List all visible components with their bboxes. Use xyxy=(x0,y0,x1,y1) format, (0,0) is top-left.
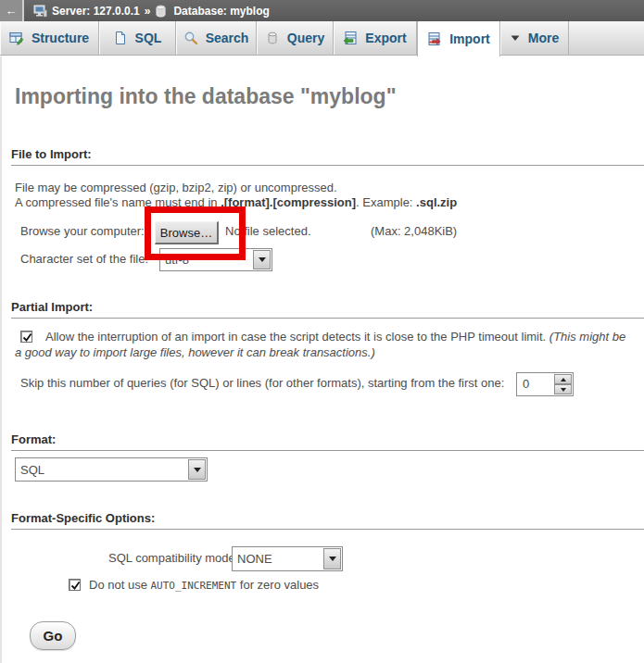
stepper-up-icon[interactable] xyxy=(554,374,572,384)
section-heading-partial-import: Partial Import: xyxy=(11,300,644,319)
browse-button[interactable]: Browse… xyxy=(155,221,219,244)
sql-compat-dropdown-arrow-icon[interactable] xyxy=(323,548,341,569)
no-file-selected-text: No file selected. xyxy=(225,224,311,238)
export-icon xyxy=(343,31,358,45)
tab-sql[interactable]: SQL xyxy=(99,21,176,55)
tab-import[interactable]: Import xyxy=(417,21,500,56)
section-heading-format-specific: Format-Specific Options: xyxy=(11,511,644,530)
skip-queries-label: Skip this number of queries (for SQL) or… xyxy=(20,376,504,390)
sql-compat-select[interactable]: NONE xyxy=(232,546,343,571)
autoinc-checkbox[interactable] xyxy=(69,579,81,591)
search-icon xyxy=(183,31,198,45)
max-size-text: (Max: 2,048KiB) xyxy=(371,224,457,238)
back-arrow-icon: ← xyxy=(6,4,18,18)
breadcrumb-bar: ← Server: 127.0.0.1 » Database: myblog xyxy=(0,0,644,21)
tab-bar-filler xyxy=(569,21,644,55)
chevron-down-icon xyxy=(510,32,521,44)
compression-hint-line1: File may be compressed (gzip, bzip2, zip… xyxy=(15,181,337,194)
tab-label: Query xyxy=(287,31,324,45)
browse-label: Browse your computer: xyxy=(20,224,145,238)
query-icon xyxy=(265,31,280,45)
database-icon xyxy=(155,5,169,18)
skip-queries-stepper[interactable]: 0 xyxy=(516,372,574,396)
charset-selected-value: utf-8 xyxy=(160,253,252,267)
tab-structure[interactable]: Structure xyxy=(0,21,99,55)
charset-label: Character set of the file: xyxy=(20,252,148,266)
page-title: Importing into the database "myblog" xyxy=(15,84,397,109)
allow-interrupt-checkbox[interactable] xyxy=(20,331,32,343)
import-icon xyxy=(427,31,442,46)
format-select[interactable]: SQL xyxy=(15,457,208,482)
charset-dropdown-arrow-icon[interactable] xyxy=(253,250,271,269)
main-content: Importing into the database "myblog" Fil… xyxy=(0,56,644,663)
autoinc-text-suffix: for zero values xyxy=(236,578,319,592)
structure-icon xyxy=(9,31,24,45)
tab-more[interactable]: More xyxy=(500,21,569,55)
tab-label: Structure xyxy=(32,31,89,45)
format-dropdown-arrow-icon[interactable] xyxy=(188,459,206,480)
breadcrumb-server[interactable]: Server: 127.0.0.1 xyxy=(52,5,140,18)
sql-icon xyxy=(113,31,128,45)
breadcrumb: Server: 127.0.0.1 » Database: myblog xyxy=(24,5,270,18)
tab-label: SQL xyxy=(135,31,162,45)
autoinc-row: Do not use AUTO_INCREMENT for zero value… xyxy=(69,578,319,592)
tab-label: Export xyxy=(365,31,406,45)
tab-export[interactable]: Export xyxy=(334,21,417,55)
sql-compat-label: SQL compatibility mode: xyxy=(108,551,238,565)
tab-label: Import xyxy=(449,31,490,46)
sql-compat-selected-value: NONE xyxy=(233,552,322,566)
section-heading-format: Format: xyxy=(11,432,644,451)
server-icon xyxy=(33,5,47,18)
allow-interrupt-text: Allow the interruption of an import in c… xyxy=(45,330,549,344)
autoinc-text-prefix: Do not use xyxy=(89,578,151,592)
skip-queries-value: 0 xyxy=(517,373,553,395)
tab-bar: Structure SQL Search Query Export Import xyxy=(0,21,644,56)
charset-select[interactable]: utf-8 xyxy=(159,248,272,271)
breadcrumb-database[interactable]: Database: myblog xyxy=(173,5,269,18)
format-selected-value: SQL xyxy=(16,463,187,477)
tab-label: Search xyxy=(206,31,249,45)
tab-search[interactable]: Search xyxy=(176,21,257,55)
tab-query[interactable]: Query xyxy=(257,21,334,55)
section-heading-file-to-import: File to Import: xyxy=(11,147,644,166)
compression-hint-line2: A compressed file's name must end in .[f… xyxy=(15,195,457,209)
go-button[interactable]: Go xyxy=(30,621,76,650)
allow-interrupt-row: Allow the interruption of an import in c… xyxy=(15,329,634,360)
back-button[interactable]: ← xyxy=(0,0,24,21)
stepper-down-icon[interactable] xyxy=(554,384,572,394)
tab-label: More xyxy=(528,31,559,45)
breadcrumb-separator: » xyxy=(145,5,151,18)
autoinc-code: AUTO_INCREMENT xyxy=(151,580,237,592)
